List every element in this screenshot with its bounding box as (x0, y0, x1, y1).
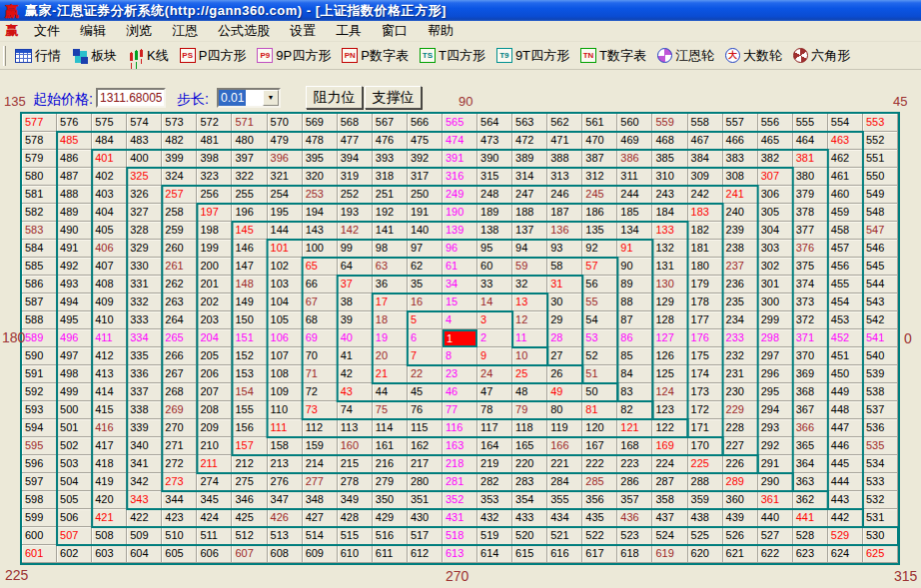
grid-cell[interactable]: 449 (828, 383, 863, 401)
grid-cell[interactable]: 183 (688, 204, 723, 222)
grid-cell[interactable]: 436 (617, 509, 652, 527)
grid-cell[interactable]: 390 (477, 150, 512, 168)
grid-cell[interactable]: 485 (57, 132, 92, 150)
grid-cell[interactable]: 514 (303, 527, 338, 545)
grid-cell[interactable]: 624 (828, 545, 863, 563)
grid-cell[interactable]: 306 (758, 186, 793, 204)
grid-cell[interactable]: 131 (652, 258, 687, 276)
grid-cell[interactable]: 203 (197, 311, 232, 329)
grid-cell[interactable]: 314 (512, 168, 547, 186)
grid-cell[interactable]: 324 (162, 168, 197, 186)
grid-cell[interactable]: 441 (793, 509, 828, 527)
grid-cell[interactable]: 562 (547, 114, 582, 132)
grid-cell[interactable]: 126 (652, 347, 687, 365)
menu-item-工具[interactable]: 工具 (326, 20, 372, 42)
grid-cell[interactable]: 80 (547, 401, 582, 419)
menu-item-浏览[interactable]: 浏览 (116, 20, 162, 42)
grid-cell[interactable]: 393 (373, 150, 408, 168)
grid-cell[interactable]: 503 (57, 455, 92, 473)
grid-cell[interactable]: 16 (408, 294, 443, 311)
grid-cell[interactable]: 413 (92, 365, 127, 383)
grid-cell[interactable]: 297 (758, 347, 793, 365)
grid-cell[interactable]: 28 (547, 329, 582, 347)
grid-cell[interactable]: 534 (863, 455, 898, 473)
grid-cell[interactable]: 47 (477, 383, 512, 401)
start-price-input[interactable] (96, 88, 166, 108)
grid-cell[interactable]: 62 (408, 258, 443, 276)
grid-cell[interactable]: 515 (338, 527, 373, 545)
grid-cell[interactable]: 299 (758, 311, 793, 329)
grid-cell[interactable]: 495 (57, 311, 92, 329)
grid-cell[interactable]: 440 (758, 509, 793, 527)
grid-cell[interactable]: 329 (127, 240, 162, 258)
grid-cell[interactable]: 89 (617, 276, 652, 294)
toolbar-button-T四方形[interactable]: TST四方形 (416, 45, 489, 67)
grid-cell[interactable]: 138 (477, 222, 512, 240)
grid-cell[interactable]: 385 (652, 150, 687, 168)
grid-cell[interactable]: 560 (617, 114, 652, 132)
grid-cell[interactable]: 295 (758, 383, 793, 401)
grid-cell[interactable]: 591 (22, 365, 57, 383)
grid-cell[interactable]: 582 (22, 204, 57, 222)
grid-cell[interactable]: 459 (828, 204, 863, 222)
grid-cell[interactable]: 307 (758, 168, 793, 186)
grid-cell[interactable]: 587 (22, 294, 57, 311)
grid-cell[interactable]: 311 (617, 168, 652, 186)
grid-cell[interactable]: 84 (617, 365, 652, 383)
grid-cell[interactable]: 352 (443, 491, 477, 509)
grid-cell[interactable]: 17 (373, 294, 408, 311)
grid-cell[interactable]: 214 (303, 455, 338, 473)
grid-cell[interactable]: 160 (338, 437, 373, 455)
grid-cell[interactable]: 417 (92, 437, 127, 455)
grid-cell[interactable]: 625 (863, 545, 898, 563)
grid-cell[interactable]: 133 (652, 222, 687, 240)
grid-cell[interactable]: 319 (338, 168, 373, 186)
grid-cell[interactable]: 336 (127, 365, 162, 383)
grid-cell[interactable]: 293 (758, 419, 793, 437)
grid-cell[interactable]: 2 (477, 329, 512, 347)
grid-cell[interactable]: 360 (723, 491, 758, 509)
grid-cell[interactable]: 220 (512, 455, 547, 473)
grid-cell[interactable]: 338 (127, 401, 162, 419)
grid-cell[interactable]: 222 (582, 455, 617, 473)
grid-cell[interactable]: 286 (617, 473, 652, 491)
grid-cell[interactable]: 277 (303, 473, 338, 491)
grid-cell[interactable]: 29 (547, 311, 582, 329)
grid-cell[interactable]: 372 (793, 311, 828, 329)
grid-cell[interactable]: 481 (197, 132, 232, 150)
grid-cell[interactable]: 151 (232, 329, 267, 347)
grid-cell[interactable]: 356 (582, 491, 617, 509)
grid-cell[interactable]: 86 (617, 329, 652, 347)
grid-cell[interactable]: 305 (758, 204, 793, 222)
grid-cell[interactable]: 164 (477, 437, 512, 455)
grid-cell[interactable]: 453 (828, 311, 863, 329)
grid-cell[interactable]: 421 (92, 509, 127, 527)
grid-cell[interactable]: 206 (197, 365, 232, 383)
grid-cell[interactable]: 398 (197, 150, 232, 168)
grid-cell[interactable]: 217 (408, 455, 443, 473)
grid-cell[interactable]: 539 (863, 365, 898, 383)
grid-cell[interactable]: 401 (92, 150, 127, 168)
grid-cell[interactable]: 31 (547, 276, 582, 294)
grid-cell[interactable]: 442 (828, 509, 863, 527)
grid-cell[interactable]: 601 (22, 545, 57, 563)
grid-cell[interactable]: 224 (652, 455, 687, 473)
grid-cell[interactable]: 111 (268, 419, 303, 437)
menu-item-文件[interactable]: 文件 (24, 20, 70, 42)
grid-cell[interactable]: 161 (373, 437, 408, 455)
grid-cell[interactable]: 104 (268, 294, 303, 311)
grid-cell[interactable]: 148 (232, 276, 267, 294)
grid-cell[interactable]: 202 (197, 294, 232, 311)
grid-cell[interactable]: 504 (57, 473, 92, 491)
grid-cell[interactable]: 55 (582, 294, 617, 311)
grid-cell[interactable]: 196 (232, 204, 267, 222)
grid-cell[interactable]: 483 (127, 132, 162, 150)
grid-cell[interactable]: 584 (22, 240, 57, 258)
grid-cell[interactable]: 179 (688, 276, 723, 294)
grid-cell[interactable]: 411 (92, 329, 127, 347)
toolbar-button-六角形[interactable]: 六角形 (789, 45, 854, 67)
grid-cell[interactable]: 213 (268, 455, 303, 473)
grid-cell[interactable]: 573 (162, 114, 197, 132)
toolbar-button-江恩轮[interactable]: 江恩轮 (653, 45, 718, 67)
grid-cell[interactable]: 261 (162, 258, 197, 276)
